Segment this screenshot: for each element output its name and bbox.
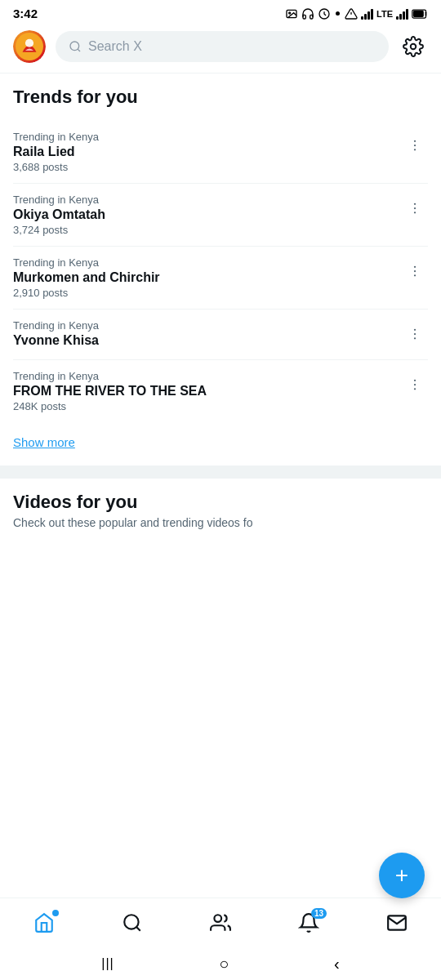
nav-notifications[interactable]: 13 bbox=[289, 906, 328, 939]
location-icon bbox=[318, 7, 331, 20]
trend-content-1: Trending in Kenya Raila Lied 3,688 posts bbox=[13, 131, 402, 173]
svg-point-22 bbox=[414, 333, 416, 335]
photo-icon bbox=[285, 7, 298, 20]
mail-icon bbox=[386, 912, 408, 933]
nav-messages[interactable] bbox=[377, 906, 416, 939]
more-dots-icon bbox=[408, 264, 422, 278]
trend-posts-1: 3,688 posts bbox=[13, 161, 402, 173]
trend-posts-5: 248K posts bbox=[13, 400, 402, 412]
home-button[interactable]: ○ bbox=[219, 955, 229, 973]
svg-point-13 bbox=[414, 145, 416, 146]
svg-point-15 bbox=[414, 203, 416, 205]
lte-badge: LTE bbox=[376, 9, 393, 19]
alert-icon bbox=[345, 7, 358, 20]
trend-item-4[interactable]: Trending in Kenya Yvonne Khisa bbox=[13, 310, 428, 359]
headphone-icon bbox=[301, 7, 314, 20]
search-placeholder: Search X bbox=[88, 39, 142, 54]
svg-point-17 bbox=[414, 212, 416, 213]
svg-point-23 bbox=[414, 337, 416, 339]
trend-more-button-1[interactable] bbox=[402, 132, 428, 158]
trend-posts-3: 2,910 posts bbox=[13, 287, 402, 299]
plus-icon: + bbox=[395, 864, 408, 887]
status-time: 3:42 bbox=[13, 7, 38, 20]
svg-point-29 bbox=[214, 915, 221, 922]
trend-item-5[interactable]: Trending in Kenya FROM THE RIVER TO THE … bbox=[13, 360, 428, 422]
show-more-button[interactable]: Show more bbox=[13, 422, 428, 466]
nav-communities[interactable] bbox=[201, 906, 240, 939]
trend-name-3: Murkomen and Chirchir bbox=[13, 270, 402, 285]
svg-point-24 bbox=[414, 380, 416, 381]
search-bar[interactable]: Search X bbox=[56, 31, 389, 62]
trend-name-2: Okiya Omtatah bbox=[13, 207, 402, 222]
svg-point-21 bbox=[414, 329, 416, 331]
trend-more-button-3[interactable] bbox=[402, 258, 428, 284]
nav-search[interactable] bbox=[113, 906, 152, 939]
signal-bars-2 bbox=[396, 8, 408, 20]
more-dots-icon bbox=[408, 327, 422, 341]
svg-point-26 bbox=[414, 388, 416, 390]
search-icon bbox=[69, 40, 82, 53]
trends-title: Trends for you bbox=[13, 87, 428, 108]
svg-rect-6 bbox=[414, 11, 424, 16]
trend-category-1: Trending in Kenya bbox=[13, 131, 402, 143]
svg-point-1 bbox=[289, 12, 291, 14]
videos-section: Videos for you Check out these popular a… bbox=[0, 472, 441, 542]
trends-list: Trending in Kenya Raila Lied 3,688 posts… bbox=[13, 121, 428, 422]
notification-dot bbox=[336, 11, 340, 16]
trend-content-4: Trending in Kenya Yvonne Khisa bbox=[13, 319, 402, 350]
trend-category-3: Trending in Kenya bbox=[13, 256, 402, 269]
trend-name-5: FROM THE RIVER TO THE SEA bbox=[13, 384, 402, 399]
svg-point-20 bbox=[414, 274, 416, 276]
bottom-nav: 13 bbox=[0, 898, 441, 947]
signal-bars bbox=[361, 8, 373, 20]
trend-more-button-2[interactable] bbox=[402, 195, 428, 221]
trend-content-2: Trending in Kenya Okiya Omtatah 3,724 po… bbox=[13, 194, 402, 236]
svg-point-19 bbox=[414, 270, 416, 272]
more-dots-icon bbox=[408, 138, 422, 153]
trend-more-button-5[interactable] bbox=[402, 372, 428, 398]
trend-name-4: Yvonne Khisa bbox=[13, 333, 402, 348]
trend-item-2[interactable]: Trending in Kenya Okiya Omtatah 3,724 po… bbox=[13, 184, 428, 246]
svg-point-18 bbox=[414, 266, 416, 268]
search-nav-icon bbox=[122, 912, 143, 933]
svg-line-10 bbox=[78, 49, 80, 51]
avatar-image bbox=[13, 30, 46, 63]
home-icon bbox=[33, 912, 55, 933]
more-dots-icon bbox=[408, 201, 422, 216]
trend-category-2: Trending in Kenya bbox=[13, 194, 402, 206]
trend-item-3[interactable]: Trending in Kenya Murkomen and Chirchir … bbox=[13, 247, 428, 309]
back-button[interactable]: ‹ bbox=[334, 955, 340, 973]
gear-icon bbox=[403, 36, 424, 57]
trend-name-1: Raila Lied bbox=[13, 145, 402, 159]
home-notification-dot bbox=[52, 910, 59, 916]
communities-icon bbox=[210, 912, 231, 933]
trend-category-5: Trending in Kenya bbox=[13, 370, 402, 382]
svg-point-14 bbox=[414, 149, 416, 150]
battery-icon bbox=[412, 9, 428, 19]
svg-point-12 bbox=[414, 140, 416, 142]
videos-title: Videos for you bbox=[13, 492, 428, 513]
android-nav: ||| ○ ‹ bbox=[0, 947, 441, 980]
trends-section: Trends for you Trending in Kenya Raila L… bbox=[0, 74, 441, 466]
svg-point-27 bbox=[124, 915, 138, 929]
svg-line-28 bbox=[136, 927, 140, 931]
trend-more-button-4[interactable] bbox=[402, 321, 428, 347]
compose-button[interactable]: + bbox=[379, 853, 425, 898]
svg-point-9 bbox=[70, 42, 79, 51]
status-bar: 3:42 bbox=[0, 0, 441, 24]
trend-category-4: Trending in Kenya bbox=[13, 319, 402, 332]
trend-posts-2: 3,724 posts bbox=[13, 224, 402, 236]
recent-apps-button[interactable]: ||| bbox=[101, 956, 114, 971]
trend-item-1[interactable]: Trending in Kenya Raila Lied 3,688 posts bbox=[13, 121, 428, 183]
nav-home[interactable] bbox=[24, 906, 64, 939]
settings-button[interactable] bbox=[399, 32, 428, 61]
notifications-badge: 13 bbox=[311, 908, 327, 919]
more-dots-icon bbox=[408, 377, 422, 392]
status-icons: LTE bbox=[285, 7, 428, 20]
trend-content-5: Trending in Kenya FROM THE RIVER TO THE … bbox=[13, 370, 402, 412]
header: Search X bbox=[0, 24, 441, 73]
videos-subtitle: Check out these popular and trending vid… bbox=[13, 516, 428, 529]
svg-point-16 bbox=[414, 207, 416, 209]
avatar[interactable] bbox=[13, 30, 46, 63]
trend-content-3: Trending in Kenya Murkomen and Chirchir … bbox=[13, 256, 402, 299]
